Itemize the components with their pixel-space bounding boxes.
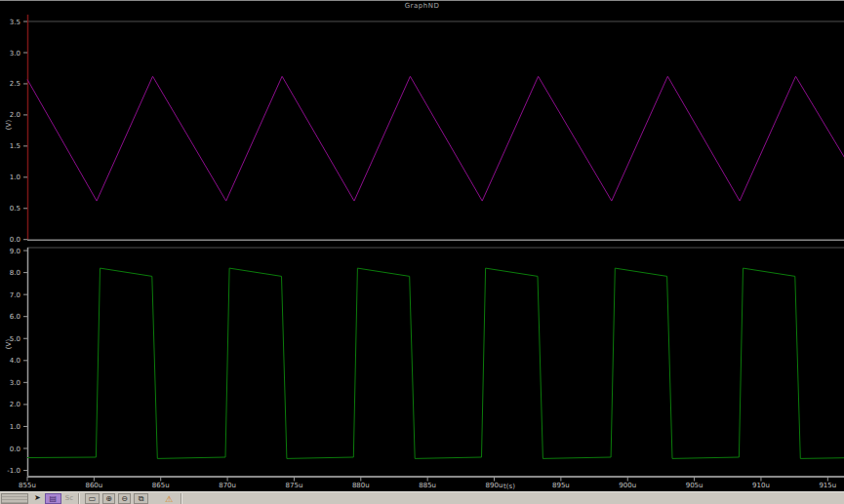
- tick-label: 910u: [752, 482, 770, 489]
- pointer-icon[interactable]: ➤: [34, 492, 41, 504]
- taskbar-handle-button[interactable]: [1, 493, 28, 504]
- tile-button[interactable]: ⧉: [134, 493, 148, 504]
- active-tool-button[interactable]: ▤: [45, 493, 61, 504]
- tick-label: 865u: [152, 482, 170, 489]
- toolbar-separator: [181, 493, 182, 504]
- tile-icon: ⧉: [139, 494, 144, 504]
- tool-label: Sc: [65, 492, 73, 504]
- tick-label: 4.0: [10, 357, 20, 365]
- tick-label: 8.0: [10, 269, 20, 277]
- tick-label: 855u: [19, 482, 36, 489]
- tick-label: 3.5: [10, 19, 20, 26]
- zoom-in-icon: ⊕: [105, 494, 112, 503]
- warning-button[interactable]: ⚠: [162, 493, 176, 504]
- tick-label: 9.0: [10, 248, 20, 255]
- zoom-out-icon: ⊖: [121, 494, 128, 503]
- tick-label: 880u: [352, 482, 370, 489]
- bottom-y-axis-label: (V): [5, 333, 13, 355]
- window-icon: ▭: [89, 494, 97, 503]
- x-axis-label: t(s): [480, 483, 539, 490]
- square-wave-trace: [27, 268, 844, 458]
- zoom-out-button[interactable]: ⊖: [118, 493, 131, 504]
- tick-label: 3.0: [10, 50, 20, 58]
- tick-label: 7.0: [10, 291, 20, 299]
- tick-label: 875u: [286, 482, 303, 489]
- tick-label: 915u: [819, 482, 836, 489]
- tick-label: -1.0: [7, 467, 20, 475]
- warning-icon: ⚠: [165, 494, 173, 504]
- graph-plot-area[interactable]: 0.00.51.01.52.02.53.03.5-1.00.01.02.03.0…: [0, 0, 844, 504]
- tick-label: 2.0: [10, 401, 20, 408]
- tick-label: 900u: [619, 482, 636, 489]
- tick-label: 870u: [219, 482, 236, 489]
- chart-tool-icon: ▤: [49, 494, 57, 503]
- tick-label: 3.0: [10, 379, 20, 387]
- tick-label: 6.0: [10, 313, 20, 321]
- graph-window: { "window": { "title": "GraphND" }, "cha…: [0, 0, 844, 504]
- tick-label: 905u: [686, 482, 703, 489]
- bottom-toolbar: ➤ ▤ Sc ▭ ⊕ ⊖ ⧉ ⚠: [0, 491, 844, 504]
- tick-label: 860u: [85, 482, 102, 489]
- tick-label: 1.0: [10, 174, 20, 181]
- tick-label: 1.0: [10, 423, 20, 431]
- window-button[interactable]: ▭: [85, 493, 100, 504]
- tick-label: 1.5: [10, 142, 20, 150]
- tick-label: 0.0: [10, 446, 20, 453]
- toolbar-separator: [78, 493, 80, 504]
- tick-label: 895u: [552, 482, 570, 489]
- tick-label: 0.0: [10, 236, 20, 244]
- top-y-axis-label: (V): [5, 114, 13, 136]
- triangle-wave-trace: [27, 76, 844, 201]
- zoom-in-button[interactable]: ⊕: [102, 493, 115, 504]
- tick-label: 885u: [419, 482, 436, 489]
- charts-canvas[interactable]: 0.00.51.01.52.02.53.03.5-1.00.01.02.03.0…: [0, 0, 844, 504]
- tick-label: 0.5: [10, 205, 20, 213]
- tick-label: 2.5: [10, 80, 20, 88]
